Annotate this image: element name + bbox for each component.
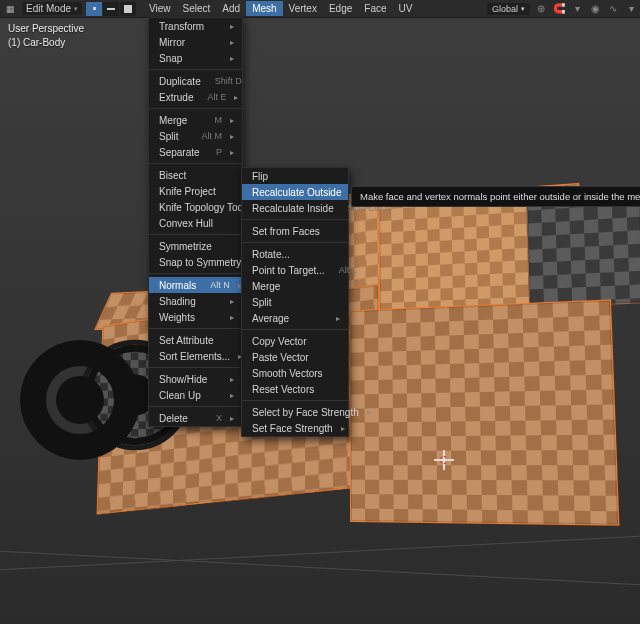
pivot-dropdown[interactable]: ⊕ <box>533 2 549 16</box>
edge-icon <box>107 8 115 10</box>
menu-item-label: Select by Face Strength <box>252 407 359 418</box>
normals-menu-select-by-face-strength[interactable]: Select by Face Strength <box>242 404 348 420</box>
normals-menu-set-face-strength[interactable]: Set Face Strength <box>242 420 348 436</box>
menu-select[interactable]: Select <box>177 1 217 16</box>
menu-shortcut: X <box>216 413 222 423</box>
menu-item-label: Convex Hull <box>159 218 234 229</box>
mesh-menu-snap[interactable]: Snap <box>149 50 242 66</box>
normals-menu-set-from-faces[interactable]: Set from Faces <box>242 223 348 239</box>
menu-item-label: Mirror <box>159 37 222 48</box>
mesh-menu-sort-elements[interactable]: Sort Elements... <box>149 348 242 364</box>
menu-mesh[interactable]: Mesh <box>246 1 282 16</box>
menu-item-label: Transform <box>159 21 222 32</box>
normals-menu-recalculate-inside[interactable]: Recalculate InsideShift Ctrl N <box>242 200 348 216</box>
menu-item-label: Average <box>252 313 328 324</box>
mesh-menu-set-attribute[interactable]: Set Attribute <box>149 332 242 348</box>
normals-menu-merge[interactable]: Merge <box>242 278 348 294</box>
menu-item-label: Knife Project <box>159 186 234 197</box>
menu-item-label: Weights <box>159 312 222 323</box>
tooltip: Make face and vertex normals point eithe… <box>351 186 640 207</box>
snap-toggle[interactable]: 🧲 <box>551 2 567 16</box>
select-mode-group <box>86 2 137 16</box>
menu-item-label: Snap to Symmetry <box>159 257 241 268</box>
menu-separator <box>149 69 242 70</box>
proportional-edit-toggle[interactable]: ◉ <box>587 2 603 16</box>
menu-shortcut: Alt N <box>210 280 230 290</box>
mesh-menu-show-hide[interactable]: Show/Hide <box>149 371 242 387</box>
edge-select-button[interactable] <box>103 2 119 16</box>
mesh-menu-split[interactable]: SplitAlt M <box>149 128 242 144</box>
mesh-menu-shading[interactable]: Shading <box>149 293 242 309</box>
menu-item-label: Symmetrize <box>159 241 234 252</box>
menu-item-label: Flip <box>252 171 340 182</box>
mesh-menu-extrude[interactable]: ExtrudeAlt E <box>149 89 242 105</box>
menu-item-label: Snap <box>159 53 222 64</box>
menu-face[interactable]: Face <box>358 1 392 16</box>
overlay-object-name: (1) Car-Body <box>8 36 84 50</box>
normals-menu-average[interactable]: Average <box>242 310 348 326</box>
menu-separator <box>149 406 242 407</box>
mesh-menu-knife-project[interactable]: Knife Project <box>149 183 242 199</box>
menu-item-label: Split <box>159 131 187 142</box>
menu-item-label: Merge <box>252 281 340 292</box>
menu-vertex[interactable]: Vertex <box>283 1 323 16</box>
mesh-menu-symmetrize[interactable]: Symmetrize <box>149 238 242 254</box>
mesh-menu-knife-topology-tool[interactable]: Knife Topology Tool <box>149 199 242 215</box>
menu-item-label: Bisect <box>159 170 234 181</box>
menu-edge[interactable]: Edge <box>323 1 358 16</box>
mesh-menu-delete[interactable]: DeleteX <box>149 410 242 426</box>
normals-menu-copy-vector[interactable]: Copy Vector <box>242 333 348 349</box>
mesh-menu-bisect[interactable]: Bisect <box>149 167 242 183</box>
mesh-menu-duplicate[interactable]: DuplicateShift D <box>149 73 242 89</box>
vertex-select-button[interactable] <box>86 2 102 16</box>
menu-item-label: Normals <box>159 280 196 291</box>
menu-shortcut: Shift D <box>215 76 242 86</box>
mode-dropdown[interactable]: Edit Mode ▾ <box>22 2 82 15</box>
menu-item-label: Set Attribute <box>159 335 234 346</box>
orientation-dropdown[interactable]: Global ▾ <box>487 3 530 15</box>
menu-item-label: Shading <box>159 296 222 307</box>
menu-add[interactable]: Add <box>216 1 246 16</box>
menu-shortcut: Alt L <box>339 265 357 275</box>
snap-dropdown[interactable]: ▾ <box>569 2 585 16</box>
mode-label: Edit Mode <box>26 3 71 14</box>
menu-item-label: Split <box>252 297 340 308</box>
proportional-dropdown[interactable]: ∿ <box>605 2 621 16</box>
menu-separator <box>149 108 242 109</box>
mesh-menu-normals[interactable]: NormalsAlt N <box>149 277 242 293</box>
menu-shortcut: Alt M <box>201 131 222 141</box>
menu-uv[interactable]: UV <box>393 1 419 16</box>
editor-type-icon[interactable]: ▦ <box>3 2 17 16</box>
normals-menu-split[interactable]: Split <box>242 294 348 310</box>
chevron-down-icon: ▾ <box>521 5 525 13</box>
menu-shortcut: M <box>215 115 223 125</box>
mesh-menu-separate[interactable]: SeparateP <box>149 144 242 160</box>
menu-separator <box>242 329 348 330</box>
options-dropdown[interactable]: ▾ <box>623 2 639 16</box>
mesh-menu-merge[interactable]: MergeM <box>149 112 242 128</box>
menu-shortcut: Alt E <box>207 92 226 102</box>
menu-item-label: Knife Topology Tool <box>159 202 245 213</box>
normals-menu-reset-vectors[interactable]: Reset Vectors <box>242 381 348 397</box>
normals-menu-recalculate-outside[interactable]: Recalculate OutsideShift N <box>242 184 348 200</box>
normals-menu-point-to-target[interactable]: Point to Target...Alt L <box>242 262 348 278</box>
menu-view[interactable]: View <box>143 1 177 16</box>
normals-menu-rotate[interactable]: Rotate... <box>242 246 348 262</box>
menu-item-label: Merge <box>159 115 201 126</box>
normals-menu-flip[interactable]: Flip <box>242 168 348 184</box>
menu-item-label: Set Face Strength <box>252 423 333 434</box>
mesh-menu-snap-to-symmetry[interactable]: Snap to Symmetry <box>149 254 242 270</box>
chevron-down-icon: ▾ <box>74 5 78 13</box>
mesh-menu-mirror[interactable]: Mirror <box>149 34 242 50</box>
mesh-menu-transform[interactable]: Transform <box>149 18 242 34</box>
mesh-menu-clean-up[interactable]: Clean Up <box>149 387 242 403</box>
menu-item-label: Set from Faces <box>252 226 340 237</box>
mesh-menu-convex-hull[interactable]: Convex Hull <box>149 215 242 231</box>
normals-menu-smooth-vectors[interactable]: Smooth Vectors <box>242 365 348 381</box>
face-select-button[interactable] <box>120 2 136 16</box>
mesh-menu-weights[interactable]: Weights <box>149 309 242 325</box>
menubar: ViewSelectAddMeshVertexEdgeFaceUV <box>143 1 418 16</box>
menu-item-label: Point to Target... <box>252 265 325 276</box>
menu-shortcut: P <box>216 147 222 157</box>
normals-menu-paste-vector[interactable]: Paste Vector <box>242 349 348 365</box>
